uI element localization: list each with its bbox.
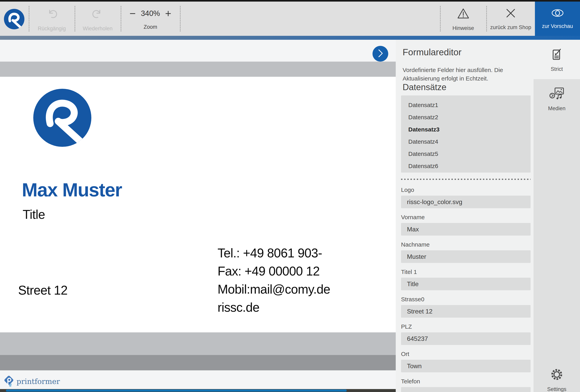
strasse-input[interactable]: Street 12 xyxy=(401,305,531,318)
zoom-label: Zoom xyxy=(144,24,157,30)
dotted-divider xyxy=(401,179,531,180)
chevron-right-icon xyxy=(377,49,384,58)
edit-note-icon xyxy=(550,48,563,62)
tab-medien[interactable]: Medien xyxy=(534,79,580,119)
card-contact-line: Tel.: +49 8061 903- xyxy=(218,244,330,262)
form-editor-panel: Formulareditor Vordefinierte Felder hier… xyxy=(396,40,534,392)
card-contact-line: Mobil:mail@comy.de xyxy=(218,280,330,298)
titel1-input[interactable]: Title xyxy=(401,278,531,290)
datasets-list: Datensatz1 Datensatz2 Datensatz3 Datensa… xyxy=(401,95,531,173)
redo-button[interactable]: Wiederholen xyxy=(77,7,118,32)
field-group-logo: Logo rissc-logo_color.svg xyxy=(401,187,531,208)
field-label: Titel 1 xyxy=(401,269,531,275)
field-label: Telefon xyxy=(401,378,531,385)
field-label: Strasse0 xyxy=(401,296,531,303)
printformer-logo-icon xyxy=(5,376,14,387)
back-to-shop-label: zurück zum Shop xyxy=(490,24,531,30)
field-group-nachname: Nachname Muster xyxy=(401,241,531,263)
field-label: Ort xyxy=(401,351,531,357)
vorname-input[interactable]: Max xyxy=(401,223,531,236)
header-accent-bar xyxy=(0,36,580,40)
field-label: PLZ xyxy=(401,323,531,330)
redo-label: Wiederholen xyxy=(83,26,113,32)
redo-icon xyxy=(91,7,104,21)
panel-title: Formulareditor xyxy=(403,47,461,57)
dataset-item[interactable]: Datensatz1 xyxy=(401,99,531,111)
undo-button[interactable]: Rückgängig xyxy=(31,7,72,32)
toolbar-separator xyxy=(440,6,440,31)
datasets-heading: Datensätze xyxy=(403,82,446,92)
side-icon-rail: Strict Medien xyxy=(534,40,580,392)
card-contact-line: Fax: +49 00000 12 xyxy=(218,262,330,280)
close-icon xyxy=(505,7,516,20)
field-group-vorname: Vorname Max xyxy=(401,214,531,236)
progress-track xyxy=(0,389,396,392)
toolbar-separator xyxy=(180,6,180,31)
ort-input[interactable]: Town xyxy=(401,360,531,372)
zoom-controls: − 340% + Zoom xyxy=(124,7,177,30)
dataset-item[interactable]: Datensatz4 xyxy=(401,135,531,148)
toolbar-separator xyxy=(121,6,121,31)
preview-label: zur Vorschau xyxy=(542,23,573,29)
form-fields: Logo rissc-logo_color.svg Vorname Max Na… xyxy=(401,187,531,392)
panel-subtitle: Vordefinierte Felder hier ausfüllen. Die… xyxy=(403,66,529,83)
hints-button[interactable]: Hinweise xyxy=(443,7,484,31)
progress-fill xyxy=(6,390,347,392)
tab-strict[interactable]: Strict xyxy=(534,40,580,79)
field-group-titel1: Titel 1 Title xyxy=(401,269,531,290)
hints-label: Hinweise xyxy=(452,25,474,31)
back-to-shop-button[interactable]: zurück zum Shop xyxy=(489,7,532,30)
card-name-text[interactable]: Max Muster xyxy=(22,179,122,201)
plz-input[interactable]: 645237 xyxy=(401,332,531,345)
media-icon xyxy=(550,87,564,101)
toolbar-separator xyxy=(29,6,29,31)
printformer-brand: printformer xyxy=(5,376,60,387)
card-title-text[interactable]: Title xyxy=(23,207,45,222)
dataset-item[interactable]: Datensatz5 xyxy=(401,148,531,160)
business-card[interactable]: Max Muster Title Street 12 645237 Town T… xyxy=(0,77,396,332)
rissc-logo-icon xyxy=(4,8,24,30)
settings-button[interactable]: Settings xyxy=(534,360,580,392)
dataset-item-selected[interactable]: Datensatz3 xyxy=(401,123,531,135)
printformer-wordmark: printformer xyxy=(16,377,60,386)
undo-icon xyxy=(45,7,58,21)
card-top-stripe xyxy=(0,62,396,77)
toolbar-separator xyxy=(75,6,75,31)
field-label: Nachname xyxy=(401,241,531,248)
next-page-button[interactable] xyxy=(373,46,388,62)
telefon-input[interactable] xyxy=(401,387,531,392)
field-group-plz: PLZ 645237 xyxy=(401,323,531,345)
gear-icon xyxy=(550,368,564,382)
field-group-strasse: Strasse0 Street 12 xyxy=(401,296,531,318)
card-bottom-stripe-light xyxy=(0,332,396,355)
card-contact-line: rissc.de xyxy=(218,298,330,316)
app-window: Rückgängig Wiederholen − 340% + Zoom xyxy=(0,0,580,392)
field-label: Vorname xyxy=(401,214,531,221)
zoom-value: 340% xyxy=(141,9,160,18)
card-contact-block[interactable]: Tel.: +49 8061 903- Fax: +49 00000 12 Mo… xyxy=(218,244,330,316)
field-group-telefon: Telefon xyxy=(401,378,531,392)
canvas-footer: printformer xyxy=(0,370,396,389)
tab-strict-label: Strict xyxy=(551,66,563,72)
card-address-line: Street 12 xyxy=(18,281,91,299)
card-rissc-logo-icon[interactable] xyxy=(33,89,91,147)
dataset-item[interactable]: Datensatz2 xyxy=(401,111,531,123)
toolbar-separator xyxy=(486,6,487,31)
undo-label: Rückgängig xyxy=(38,26,66,32)
zoom-out-button[interactable]: − xyxy=(130,8,136,19)
tab-medien-label: Medien xyxy=(548,106,566,112)
zoom-in-button[interactable]: + xyxy=(165,8,171,19)
design-canvas: Max Muster Title Street 12 645237 Town T… xyxy=(0,40,396,392)
logo-input[interactable]: rissc-logo_color.svg xyxy=(401,196,531,208)
toolbar: Rückgängig Wiederholen − 340% + Zoom xyxy=(0,1,580,36)
dataset-item[interactable]: Datensatz6 xyxy=(401,160,531,172)
preview-button[interactable]: zur Vorschau xyxy=(535,1,580,36)
card-bottom-stripe-dark xyxy=(0,355,396,370)
settings-label: Settings xyxy=(547,386,567,392)
eye-icon xyxy=(551,8,564,18)
top-edge-strip xyxy=(0,0,580,1)
field-label: Logo xyxy=(401,187,531,193)
nachname-input[interactable]: Muster xyxy=(401,250,531,263)
warning-icon xyxy=(457,7,470,20)
field-group-ort: Ort Town xyxy=(401,351,531,372)
